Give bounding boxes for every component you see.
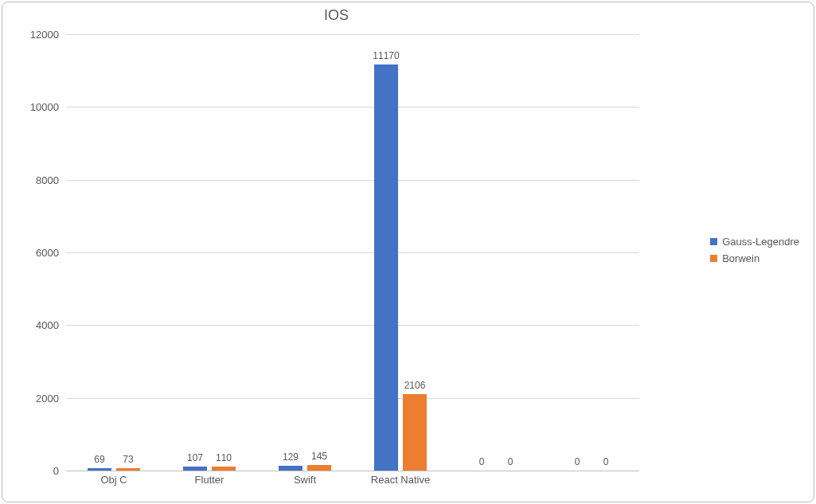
legend-item-borwein: Borwein	[710, 252, 799, 264]
bar	[374, 64, 398, 471]
gridline	[66, 180, 639, 181]
bar-value-label: 0	[479, 456, 485, 467]
bar-value-label: 69	[94, 454, 104, 465]
y-tick-label: 4000	[11, 319, 59, 331]
bar-value-label: 129	[283, 451, 299, 463]
y-tick-label: 6000	[11, 247, 59, 259]
bar-value-label: 11170	[373, 50, 399, 61]
bar	[403, 394, 427, 471]
bar	[279, 466, 303, 471]
chart-container: IOS 69731071101291451117021060000 Gauss-…	[2, 2, 814, 502]
legend: Gauss-Legendre Borwein	[710, 236, 799, 269]
bar	[307, 465, 331, 471]
bar-value-label: 107	[187, 452, 203, 463]
gridline	[66, 398, 639, 399]
x-tick-label: React Native	[371, 474, 430, 486]
gridline	[66, 107, 639, 107]
bar-value-label: 145	[311, 451, 327, 462]
gridline	[66, 34, 639, 35]
legend-item-gauss-legendre: Gauss-Legendre	[710, 236, 799, 248]
gridline	[66, 252, 639, 253]
bar	[183, 467, 207, 471]
chart-title: IOS	[2, 7, 670, 24]
bar	[116, 468, 140, 471]
bar	[212, 467, 236, 471]
gridline	[66, 325, 639, 326]
y-tick-label: 10000	[11, 101, 59, 113]
y-tick-label: 0	[11, 465, 59, 477]
x-tick-label: Obj C	[100, 474, 127, 486]
bar-value-label: 0	[508, 456, 513, 467]
bar	[88, 468, 111, 471]
bar-value-label: 73	[123, 454, 133, 465]
bar-value-label: 0	[603, 456, 609, 467]
y-tick-label: 2000	[11, 392, 59, 404]
legend-label-gauss-legendre: Gauss-Legendre	[722, 236, 799, 248]
bar-value-label: 0	[575, 456, 580, 467]
x-tick-label: Flutter	[195, 474, 224, 486]
y-tick-label: 8000	[11, 174, 59, 186]
bar-value-label: 2106	[404, 380, 426, 391]
x-tick-label: Swift	[294, 474, 316, 486]
bar-value-label: 110	[216, 452, 232, 463]
y-tick-label: 12000	[11, 29, 59, 41]
plot-area: 69731071101291451117021060000	[66, 34, 639, 471]
legend-label-borwein: Borwein	[722, 252, 759, 264]
legend-swatch-gauss-legendre	[710, 238, 717, 245]
legend-swatch-borwein	[710, 255, 717, 262]
